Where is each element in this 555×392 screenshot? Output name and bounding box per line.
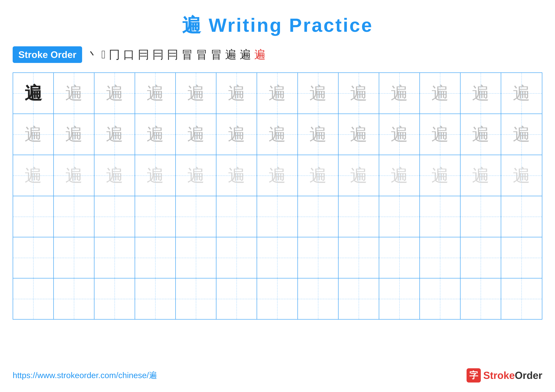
stroke-2: 𠃌 (102, 48, 106, 61)
cell-3-5[interactable]: 遍 (176, 155, 216, 196)
cell-4-10[interactable] (379, 196, 420, 237)
cell-5-11[interactable] (420, 237, 460, 278)
char-guide: 遍 (228, 85, 245, 102)
cell-5-2[interactable] (54, 237, 95, 278)
stroke-3: 冂 (109, 47, 120, 62)
cell-1-10[interactable]: 遍 (379, 73, 420, 114)
cell-2-9[interactable]: 遍 (339, 114, 379, 155)
char-guide: 遍 (391, 167, 408, 184)
cell-6-5[interactable] (176, 278, 216, 319)
cell-4-13[interactable] (501, 196, 542, 237)
cell-1-11[interactable]: 遍 (420, 73, 460, 114)
cell-3-8[interactable]: 遍 (298, 155, 339, 196)
cell-2-12[interactable]: 遍 (460, 114, 501, 155)
char-guide: 遍 (269, 126, 286, 143)
cell-2-4[interactable]: 遍 (135, 114, 176, 155)
cell-6-11[interactable] (420, 278, 460, 319)
stroke-12: 遍 (240, 47, 251, 62)
char-guide: 遍 (228, 167, 245, 184)
char-guide: 遍 (391, 85, 408, 102)
char-guide: 遍 (350, 167, 367, 184)
cell-3-13[interactable]: 遍 (501, 155, 542, 196)
cell-2-7[interactable]: 遍 (257, 114, 298, 155)
char-guide: 遍 (309, 85, 327, 102)
cell-1-13[interactable]: 遍 (501, 73, 542, 114)
cell-4-6[interactable] (216, 196, 257, 237)
cell-4-9[interactable] (339, 196, 379, 237)
cell-4-3[interactable] (95, 196, 135, 237)
cell-5-12[interactable] (460, 237, 501, 278)
cell-3-11[interactable]: 遍 (420, 155, 460, 196)
char-guide: 遍 (472, 167, 489, 184)
cell-4-12[interactable] (460, 196, 501, 237)
logo-text: StrokeOrder (483, 370, 542, 381)
grid-row-6 (13, 278, 542, 319)
cell-5-7[interactable] (257, 237, 298, 278)
cell-4-11[interactable] (420, 196, 460, 237)
cell-4-7[interactable] (257, 196, 298, 237)
grid-row-4 (13, 196, 542, 237)
cell-2-2[interactable]: 遍 (54, 114, 95, 155)
char-guide: 遍 (106, 85, 123, 102)
cell-5-5[interactable] (176, 237, 216, 278)
cell-2-1[interactable]: 遍 (13, 114, 54, 155)
cell-2-10[interactable]: 遍 (379, 114, 420, 155)
cell-5-13[interactable] (501, 237, 542, 278)
cell-1-1[interactable]: 遍 (13, 73, 54, 114)
cell-1-12[interactable]: 遍 (460, 73, 501, 114)
cell-6-3[interactable] (95, 278, 135, 319)
cell-6-13[interactable] (501, 278, 542, 319)
cell-1-3[interactable]: 遍 (95, 73, 135, 114)
cell-3-9[interactable]: 遍 (339, 155, 379, 196)
cell-6-7[interactable] (257, 278, 298, 319)
cell-5-3[interactable] (95, 237, 135, 278)
cell-1-6[interactable]: 遍 (216, 73, 257, 114)
cell-3-4[interactable]: 遍 (135, 155, 176, 196)
cell-4-5[interactable] (176, 196, 216, 237)
cell-3-2[interactable]: 遍 (54, 155, 95, 196)
cell-5-9[interactable] (339, 237, 379, 278)
cell-1-8[interactable]: 遍 (298, 73, 339, 114)
cell-4-8[interactable] (298, 196, 339, 237)
cell-3-3[interactable]: 遍 (95, 155, 135, 196)
cell-6-6[interactable] (216, 278, 257, 319)
cell-3-12[interactable]: 遍 (460, 155, 501, 196)
grid-row-1: 遍 遍 遍 遍 遍 遍 遍 遍 遍 遍 遍 遍 遍 (13, 73, 542, 114)
cell-5-6[interactable] (216, 237, 257, 278)
cell-6-1[interactable] (13, 278, 54, 319)
cell-1-2[interactable]: 遍 (54, 73, 95, 114)
cell-6-4[interactable] (135, 278, 176, 319)
cell-2-5[interactable]: 遍 (176, 114, 216, 155)
cell-1-4[interactable]: 遍 (135, 73, 176, 114)
cell-5-10[interactable] (379, 237, 420, 278)
cell-2-13[interactable]: 遍 (501, 114, 542, 155)
stroke-10: 冒 (211, 47, 222, 62)
cell-5-1[interactable] (13, 237, 54, 278)
cell-2-8[interactable]: 遍 (298, 114, 339, 155)
cell-2-6[interactable]: 遍 (216, 114, 257, 155)
cell-1-5[interactable]: 遍 (176, 73, 216, 114)
cell-1-7[interactable]: 遍 (257, 73, 298, 114)
cell-6-2[interactable] (54, 278, 95, 319)
char-guide: 遍 (146, 126, 164, 143)
cell-3-1[interactable]: 遍 (13, 155, 54, 196)
cell-6-9[interactable] (339, 278, 379, 319)
cell-5-4[interactable] (135, 237, 176, 278)
cell-4-1[interactable] (13, 196, 54, 237)
cell-2-3[interactable]: 遍 (95, 114, 135, 155)
footer-url[interactable]: https://www.strokeorder.com/chinese/遍 (13, 370, 157, 381)
cell-3-7[interactable]: 遍 (257, 155, 298, 196)
cell-5-8[interactable] (298, 237, 339, 278)
cell-6-8[interactable] (298, 278, 339, 319)
char-guide: 遍 (269, 167, 286, 184)
cell-4-2[interactable] (54, 196, 95, 237)
char-guide: 遍 (309, 167, 327, 184)
cell-2-11[interactable]: 遍 (420, 114, 460, 155)
cell-3-6[interactable]: 遍 (216, 155, 257, 196)
cell-3-10[interactable]: 遍 (379, 155, 420, 196)
cell-4-4[interactable] (135, 196, 176, 237)
cell-6-10[interactable] (379, 278, 420, 319)
page-title: 遍 Writing Practice (0, 0, 555, 38)
cell-1-9[interactable]: 遍 (339, 73, 379, 114)
cell-6-12[interactable] (460, 278, 501, 319)
